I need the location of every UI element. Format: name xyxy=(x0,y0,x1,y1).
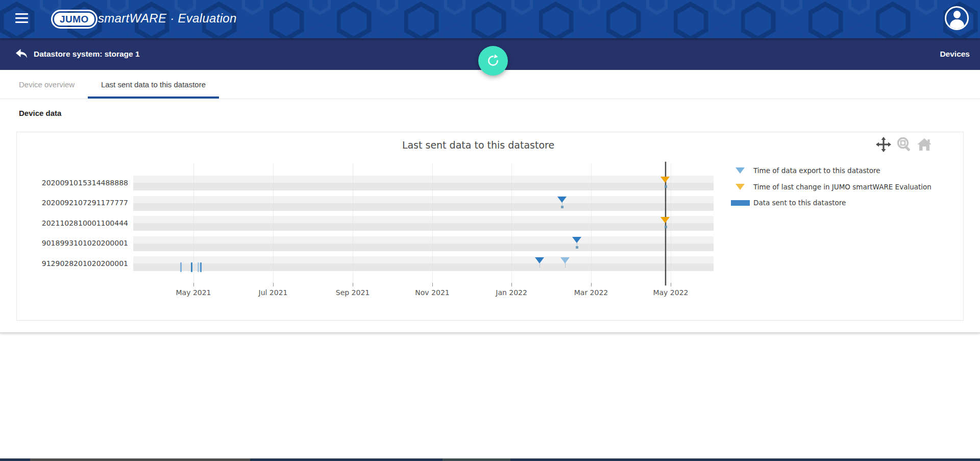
marker-connector-line xyxy=(565,263,566,268)
x-axis-tick-label: Nov 2021 xyxy=(404,288,460,297)
data-sent-dot-marker xyxy=(665,226,667,228)
x-axis-tick-label: Mar 2022 xyxy=(563,288,619,297)
x-axis-tick xyxy=(511,283,512,286)
legend-label: Time of last change in JUMO smartWARE Ev… xyxy=(753,183,932,191)
y-axis-device-id: 9129028201020200001 xyxy=(22,259,128,268)
last-change-triangle-marker xyxy=(660,177,670,183)
x-axis-tick-label: May 2021 xyxy=(165,288,222,297)
vertical-gridline xyxy=(591,163,592,283)
refresh-button[interactable] xyxy=(478,46,508,76)
tab-last-sent-data[interactable]: Last sent data to this datastore xyxy=(88,70,219,99)
data-export-triangle-marker xyxy=(535,257,544,263)
device-row-data-band xyxy=(133,244,714,251)
device-row-marker-band xyxy=(133,236,714,244)
y-axis-device-id: 2021102810001100444 xyxy=(22,219,128,227)
data-sent-bar-marker xyxy=(200,262,202,272)
triangle-down-icon xyxy=(736,184,745,190)
device-row-marker-band xyxy=(133,256,714,263)
data-sent-dot-marker xyxy=(576,246,578,249)
chart-panel: Last sent data to this datastore xyxy=(16,132,964,321)
scrollbar-segment xyxy=(443,458,510,461)
x-axis-tick xyxy=(273,283,274,286)
page-title: Datastore system: storage 1 xyxy=(34,50,140,59)
y-axis-device-id: 2020092107291177777 xyxy=(22,199,128,207)
triangle-down-icon xyxy=(736,167,745,174)
device-row-data-band xyxy=(133,223,714,231)
device-row-data-band xyxy=(133,183,714,190)
device-row-marker-band xyxy=(133,176,714,183)
device-row-data-band xyxy=(133,263,714,271)
app-header: JUMO smartWARE · Evaluation xyxy=(0,0,980,38)
x-axis-tick-label: Jan 2022 xyxy=(483,288,540,297)
vertical-gridline xyxy=(353,163,353,283)
refresh-icon xyxy=(486,54,500,67)
last-change-triangle-marker xyxy=(660,217,670,223)
app-title: smartWARE · Evaluation xyxy=(98,11,237,26)
data-sent-bar-marker xyxy=(191,262,192,272)
vertical-gridline xyxy=(193,163,194,283)
data-sent-dot-marker xyxy=(561,206,564,208)
menu-icon[interactable] xyxy=(15,13,28,25)
device-row-data-band xyxy=(133,203,714,211)
devices-link[interactable]: Devices xyxy=(940,50,970,59)
vertical-gridline xyxy=(432,163,433,283)
content-divider xyxy=(0,332,980,333)
jumo-logo-text: JUMO xyxy=(54,13,94,26)
back-icon[interactable] xyxy=(15,48,28,60)
section-title: Device data xyxy=(19,109,61,117)
horizontal-scrollbar-thumb[interactable] xyxy=(30,458,250,461)
data-sent-dot-marker xyxy=(665,185,667,188)
x-axis-tick xyxy=(671,283,671,286)
timeline-plot[interactable]: 2020091015314488888202009210729117777720… xyxy=(133,163,714,283)
y-axis-device-id: 9018993101020200001 xyxy=(22,239,128,247)
pan-tool-icon[interactable] xyxy=(875,136,891,152)
x-axis-tick xyxy=(591,283,592,286)
bottom-scrollbar-track xyxy=(0,458,980,461)
x-axis-tick xyxy=(353,283,353,286)
vertical-gridline xyxy=(511,163,512,283)
data-sent-bar-marker xyxy=(198,262,199,272)
x-axis-tick xyxy=(432,283,433,286)
x-axis-tick-label: Sep 2021 xyxy=(325,288,381,297)
x-axis-tick-label: Jul 2021 xyxy=(245,288,301,297)
marker-connector-line xyxy=(540,263,540,268)
chart-toolbar xyxy=(875,136,932,152)
legend-label: Time of data export to this datastore xyxy=(753,166,880,175)
tab-device-overview[interactable]: Device overview xyxy=(19,70,75,99)
legend-item-data-sent: Data sent to this datastore xyxy=(729,197,846,208)
x-axis-tick-label: May 2022 xyxy=(643,288,699,297)
legend-item-last-change: Time of last change in JUMO smartWARE Ev… xyxy=(729,181,932,192)
device-row-marker-band xyxy=(133,216,714,223)
vertical-gridline xyxy=(273,163,274,283)
jumo-logo: JUMO xyxy=(51,10,97,29)
reset-home-tool-icon[interactable] xyxy=(916,136,932,152)
data-export-triangle-marker xyxy=(572,237,581,243)
data-export-triangle-marker xyxy=(557,197,567,203)
vertical-gridline xyxy=(671,163,671,283)
x-axis-tick xyxy=(193,283,194,286)
y-axis-device-id: 2020091015314488888 xyxy=(22,179,128,187)
user-avatar[interactable] xyxy=(945,6,969,30)
legend-item-data-export: Time of data export to this datastore xyxy=(729,165,880,176)
chart-title: Last sent data to this datastore xyxy=(351,139,606,151)
box-zoom-tool-icon[interactable] xyxy=(896,136,912,152)
legend-label: Data sent to this datastore xyxy=(753,199,846,207)
avatar-body-icon xyxy=(950,19,964,30)
device-row-marker-band xyxy=(133,196,714,203)
data-sent-bar-marker xyxy=(180,262,182,272)
avatar-head-icon xyxy=(953,11,961,18)
data-export-triangle-marker xyxy=(560,257,570,263)
bar-swatch-icon xyxy=(731,200,750,206)
